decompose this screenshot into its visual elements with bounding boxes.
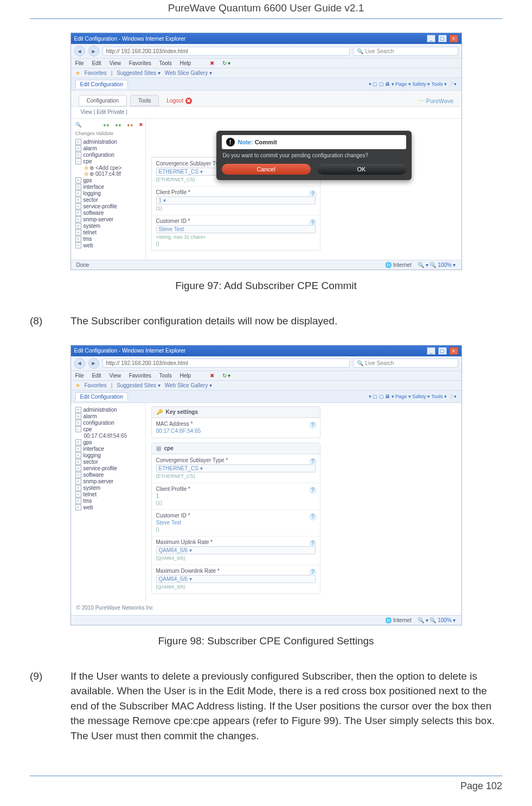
- bars2-icon[interactable]: ∎∎: [115, 122, 121, 127]
- tree-configuration[interactable]: +configuration: [75, 152, 143, 158]
- tree-administration[interactable]: +administration: [75, 407, 143, 413]
- logout-icon: ✖: [185, 98, 192, 104]
- tree-snmp-server[interactable]: +snmp-server: [75, 478, 143, 484]
- tree-cpe[interactable]: −cpe: [75, 158, 143, 164]
- menu-view[interactable]: View: [109, 373, 121, 379]
- tree-cpe-item[interactable]: ⊕ ⊕ 0017:c4:8f: [84, 171, 143, 177]
- search-tree-icon[interactable]: 🔍: [75, 122, 81, 127]
- ok-button[interactable]: OK: [317, 164, 406, 175]
- help-icon[interactable]: ?: [309, 219, 317, 226]
- tab-tools[interactable]: Tools: [130, 95, 159, 106]
- back-icon[interactable]: ◄: [74, 46, 85, 56]
- menu-tools[interactable]: Tools: [159, 373, 171, 379]
- zoom-control[interactable]: 🔍 ▾ 🔍 100% ▾: [418, 262, 456, 268]
- stop-icon[interactable]: ✖: [210, 60, 214, 66]
- refresh-icon[interactable]: ↻ ▾: [222, 60, 231, 66]
- search-field[interactable]: 🔍 Live Search: [353, 47, 458, 56]
- alert-icon: !: [226, 138, 235, 146]
- tree-logging[interactable]: +logging: [75, 452, 143, 458]
- maximize-icon[interactable]: ▢: [438, 347, 447, 355]
- help-icon[interactable]: ?: [309, 487, 317, 494]
- tree-sector[interactable]: +sector: [75, 197, 143, 203]
- browser-tools[interactable]: ▾ ▢ ▢ 🖶 ▾ Page ▾ Safety ▾ Tools ▾ ❔▾: [369, 394, 457, 399]
- tree-service-profile[interactable]: +service-profile: [75, 203, 143, 209]
- help-icon[interactable]: ?: [309, 568, 317, 576]
- help-icon[interactable]: ?: [309, 190, 317, 197]
- tree-sector[interactable]: +sector: [75, 459, 143, 465]
- customer-id-input[interactable]: Steve Test: [156, 225, 316, 233]
- browser-tab[interactable]: Edit Configuration: [75, 80, 129, 88]
- tree-service-profile[interactable]: +service-profile: [75, 465, 143, 471]
- help-icon[interactable]: ?: [309, 540, 317, 547]
- minimize-icon[interactable]: _: [427, 35, 435, 42]
- logout-link[interactable]: Logout ✖: [166, 98, 192, 104]
- menu-view[interactable]: View: [109, 60, 121, 66]
- tree-telnet[interactable]: +telnet: [75, 229, 143, 235]
- tree-gps[interactable]: +gps: [75, 439, 143, 445]
- star-icon[interactable]: ★: [75, 70, 80, 76]
- tree-add-cpe[interactable]: ⊕ ⊕ <Add cpe>: [84, 165, 143, 171]
- tree-web[interactable]: +web: [75, 242, 143, 248]
- tree-administration[interactable]: +administration: [75, 139, 143, 145]
- tree-interface[interactable]: +interface: [75, 184, 143, 190]
- tree-interface[interactable]: +interface: [75, 446, 143, 452]
- tree-gps[interactable]: +gps: [75, 177, 143, 183]
- tree-software[interactable]: +software: [75, 472, 143, 478]
- client-profile-select[interactable]: 1 ▾: [156, 196, 316, 204]
- browser-tab[interactable]: Edit Configuration: [75, 392, 129, 401]
- browser-tools[interactable]: ▾ ▢ ▢ 🖶 ▾ Page ▾ Safety ▾ Tools ▾ ❔▾: [369, 81, 457, 87]
- tree-system[interactable]: +system: [75, 223, 143, 229]
- tree-software[interactable]: +software: [75, 210, 143, 216]
- url-field[interactable]: http:// 192.168.200.103/index.html: [102, 47, 350, 56]
- url-field[interactable]: http:// 192.168.200.103/index.html: [102, 359, 350, 368]
- refresh-icon[interactable]: ↻ ▾: [222, 373, 231, 379]
- menu-help[interactable]: Help: [180, 373, 191, 379]
- menu-favorites[interactable]: Favorites: [129, 60, 151, 66]
- bars-icon[interactable]: ∎∎: [103, 122, 110, 127]
- tree-configuration[interactable]: +configuration: [75, 420, 143, 426]
- tree-alarm[interactable]: +alarm: [75, 413, 143, 419]
- cst-select[interactable]: ETHERNET_CS ▾: [156, 464, 316, 472]
- tab-configuration[interactable]: Configuration: [79, 95, 127, 106]
- forward-icon[interactable]: ►: [88, 358, 99, 369]
- minimize-icon[interactable]: _: [427, 347, 435, 355]
- web-slice-link[interactable]: Web Slice Gallery ▾: [165, 70, 212, 76]
- menu-favorites[interactable]: Favorites: [129, 373, 151, 379]
- suggested-sites-link[interactable]: Suggested Sites ▾: [117, 70, 161, 76]
- bars3-icon[interactable]: ∎∎: [127, 122, 133, 127]
- tree-logging[interactable]: +logging: [75, 190, 143, 196]
- max-uplink-select[interactable]: QAM64_5/6 ▾: [156, 546, 316, 554]
- tree-snmp-server[interactable]: +snmp-server: [75, 216, 143, 222]
- tree-cpe-mac[interactable]: 00:17:C4:8f:54:65: [84, 433, 143, 439]
- web-slice-link[interactable]: Web Slice Gallery ▾: [165, 382, 212, 388]
- menu-edit[interactable]: Edit: [92, 373, 101, 379]
- tree-web[interactable]: +web: [75, 504, 143, 510]
- search-field[interactable]: 🔍 Live Search: [353, 359, 458, 368]
- tree-alarm[interactable]: +alarm: [75, 145, 143, 151]
- forward-icon[interactable]: ►: [88, 46, 99, 56]
- menu-file[interactable]: File: [75, 60, 84, 66]
- zoom-control[interactable]: 🔍 ▾ 🔍 100% ▾: [418, 617, 456, 623]
- menu-tools[interactable]: Tools: [159, 60, 171, 66]
- help-icon[interactable]: ?: [309, 458, 317, 465]
- tree-cpe[interactable]: −cpe: [75, 426, 143, 432]
- menu-edit[interactable]: Edit: [92, 60, 101, 66]
- menu-help[interactable]: Help: [180, 60, 191, 66]
- suggested-sites-link[interactable]: Suggested Sites ▾: [117, 382, 161, 388]
- cancel-button[interactable]: Cancel: [222, 164, 311, 175]
- star-icon[interactable]: ★: [75, 382, 80, 388]
- tree-telnet[interactable]: +telnet: [75, 491, 143, 497]
- close-icon[interactable]: ×: [450, 347, 458, 355]
- help-icon[interactable]: ?: [309, 421, 317, 429]
- help-icon[interactable]: ?: [309, 513, 317, 521]
- menu-file[interactable]: File: [75, 373, 84, 379]
- back-icon[interactable]: ◄: [74, 358, 85, 369]
- maximize-icon[interactable]: ▢: [438, 35, 447, 42]
- close-icon[interactable]: ×: [450, 35, 458, 42]
- delete-icon[interactable]: ✖: [139, 122, 143, 127]
- tree-system[interactable]: +system: [75, 485, 143, 491]
- tree-tms[interactable]: +tms: [75, 236, 143, 242]
- max-downlink-select[interactable]: QAM64_5/6 ▾: [156, 575, 316, 583]
- tree-tms[interactable]: +tms: [75, 498, 143, 504]
- stop-icon[interactable]: ✖: [210, 373, 214, 379]
